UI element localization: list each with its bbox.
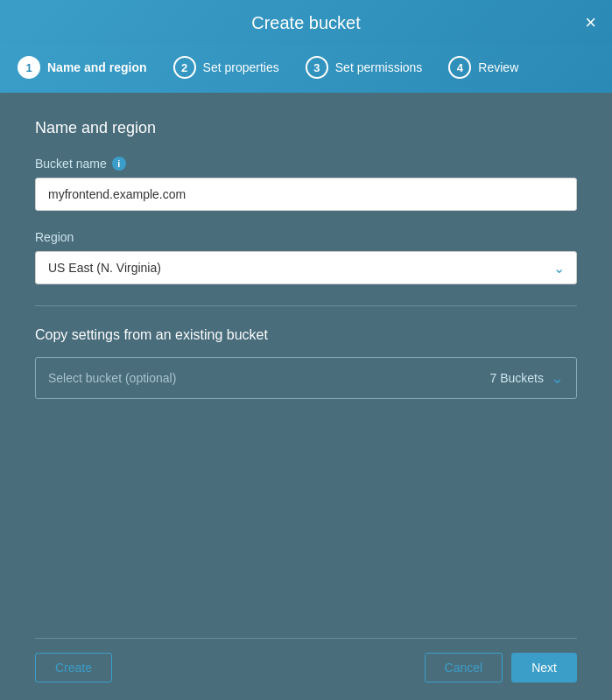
next-button[interactable]: Next (511, 653, 577, 682)
region-select[interactable]: US East (N. Virginia) US West (Oregon) E… (35, 251, 577, 284)
region-label: Region (35, 230, 577, 244)
step-2-label: Set properties (203, 60, 279, 74)
info-icon[interactable]: i (112, 157, 126, 171)
bucket-count: 7 Buckets ⌄ (490, 368, 564, 388)
modal-body: Name and region Bucket name i Region US … (0, 93, 612, 638)
bucket-name-field-group: Bucket name i (35, 157, 577, 211)
section-title: Name and region (35, 119, 577, 137)
modal-header: Create bucket × (0, 0, 612, 46)
footer-buttons: Create Cancel Next (35, 653, 577, 682)
step-2[interactable]: 2 Set properties (173, 56, 279, 79)
region-select-wrapper: US East (N. Virginia) US West (Oregon) E… (35, 251, 577, 284)
bucket-name-label: Bucket name i (35, 157, 577, 171)
chevron-down-icon: ⌄ (551, 368, 564, 388)
modal-footer: Create Cancel Next (0, 638, 612, 700)
bucket-select-wrapper: Select bucket (optional) 7 Buckets ⌄ (35, 357, 577, 399)
copy-settings-section: Copy settings from an existing bucket Se… (35, 327, 577, 399)
step-3-label: Set permissions (335, 60, 423, 74)
close-button[interactable]: × (585, 13, 596, 32)
step-4-label: Review (478, 60, 518, 74)
step-2-number: 2 (173, 56, 196, 79)
create-bucket-modal: Create bucket × 1 Name and region 2 Set … (0, 0, 612, 700)
steps-bar: 1 Name and region 2 Set properties 3 Set… (0, 46, 612, 93)
step-4[interactable]: 4 Review (448, 56, 518, 79)
step-3[interactable]: 3 Set permissions (306, 56, 423, 79)
bucket-select-dropdown[interactable]: Select bucket (optional) 7 Buckets ⌄ (35, 357, 577, 399)
step-1[interactable]: 1 Name and region (18, 56, 147, 79)
cancel-button[interactable]: Cancel (425, 653, 503, 682)
step-1-label: Name and region (47, 60, 147, 74)
step-1-number: 1 (18, 56, 40, 79)
copy-section-title: Copy settings from an existing bucket (35, 327, 577, 343)
bucket-select-placeholder: Select bucket (optional) (48, 371, 176, 385)
bucket-name-input[interactable] (35, 178, 577, 211)
right-buttons: Cancel Next (425, 653, 577, 682)
step-3-number: 3 (306, 56, 328, 79)
create-button[interactable]: Create (35, 653, 112, 682)
footer-divider (35, 638, 577, 639)
section-divider (35, 305, 577, 306)
region-field-group: Region US East (N. Virginia) US West (Or… (35, 230, 577, 284)
modal-title: Create bucket (251, 13, 361, 33)
step-4-number: 4 (448, 56, 471, 79)
